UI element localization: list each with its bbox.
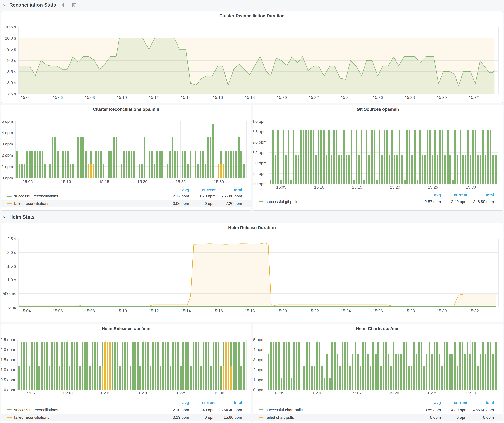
svg-text:15:12: 15:12 xyxy=(149,309,159,313)
svg-text:15:18: 15:18 xyxy=(245,95,255,100)
svg-text:15:20: 15:20 xyxy=(138,391,148,395)
legend-row: successful reconciliations2.12 opm1.20 o… xyxy=(1,192,251,200)
panel-title[interactable]: Cluster Reconciliations ops/min xyxy=(1,105,251,114)
svg-text:15:20: 15:20 xyxy=(389,391,399,395)
legend-item-label[interactable]: successful git pulls xyxy=(266,200,414,204)
legend-avg-value: 0 opm xyxy=(414,415,441,420)
legend-avg-value: 0.06 opm xyxy=(162,201,189,206)
helm-release-duration-chart[interactable]: 2.5 s2.0 s1.5 s1.0 s500 ms0 ns15:0415:06… xyxy=(1,223,503,322)
legend-total-value: 256.80 opm xyxy=(216,194,242,198)
svg-text:15:20: 15:20 xyxy=(390,185,400,189)
svg-text:5 opm: 5 opm xyxy=(253,337,264,342)
trash-icon[interactable] xyxy=(71,2,76,8)
svg-text:500 ms: 500 ms xyxy=(3,291,16,296)
legend-item-label[interactable]: failed reconciliations xyxy=(14,415,162,420)
chevron-down-icon[interactable] xyxy=(3,3,7,7)
panel-title[interactable]: Cluster Reconciliation Duration xyxy=(1,11,503,20)
svg-text:15:10: 15:10 xyxy=(117,95,127,100)
legend-avg-value: 3.85 opm xyxy=(414,408,441,412)
svg-text:2.5 opm: 2.5 opm xyxy=(1,337,15,342)
svg-text:15:15: 15:15 xyxy=(99,179,109,184)
svg-text:15:12: 15:12 xyxy=(149,95,159,100)
svg-text:15:16: 15:16 xyxy=(213,95,223,100)
svg-text:15:18: 15:18 xyxy=(245,309,255,313)
legend-current-value: 0 opm xyxy=(189,415,216,420)
gear-icon[interactable] xyxy=(61,2,66,8)
svg-text:15:10: 15:10 xyxy=(312,391,323,395)
svg-text:15:26: 15:26 xyxy=(373,95,383,100)
svg-text:9.0 s: 9.0 s xyxy=(7,58,16,63)
legend-sort-total[interactable]: total xyxy=(216,188,242,192)
panel-title[interactable]: Helm Releases ops/min xyxy=(1,324,251,333)
legend-current-value: 0 opm xyxy=(441,415,467,420)
legend-sort-current[interactable]: current xyxy=(441,400,467,405)
svg-text:15:25: 15:25 xyxy=(175,179,186,184)
svg-text:15:25: 15:25 xyxy=(428,185,438,189)
svg-text:15:08: 15:08 xyxy=(85,309,95,313)
legend-avg-value: 2.12 opm xyxy=(162,194,189,198)
panel-title[interactable]: Helm Release Duration xyxy=(1,223,503,232)
legend-avg-value: 2.87 opm xyxy=(414,200,441,204)
legend-sort-current[interactable]: current xyxy=(441,193,467,197)
panel-title[interactable]: Helm Charts ops/min xyxy=(253,324,503,333)
svg-text:2.0 s: 2.0 s xyxy=(7,250,16,255)
legend-row: failed chart pulls0 opm0 opm0 opm xyxy=(253,414,503,421)
series-color-dash xyxy=(7,196,12,197)
legend-item-label[interactable]: successful reconciliations xyxy=(14,408,162,412)
panel-title[interactable]: Git Sources ops/min xyxy=(253,105,503,114)
svg-text:3 opm: 3 opm xyxy=(253,358,264,362)
legend-sort-total[interactable]: total xyxy=(467,400,494,405)
legend-sort-total[interactable]: total xyxy=(467,193,494,197)
legend-sort-total[interactable]: total xyxy=(216,400,242,405)
svg-text:4.0 opm: 4.0 opm xyxy=(253,119,267,124)
legend-total-value: 7.20 opm xyxy=(216,201,242,206)
legend-current-value: 0 opm xyxy=(189,201,216,206)
svg-text:15:15: 15:15 xyxy=(351,391,361,395)
legend-row: failed reconciliations0.06 opm0 opm7.20 … xyxy=(1,200,251,207)
svg-text:2.0 opm: 2.0 opm xyxy=(253,161,267,165)
svg-text:15:22: 15:22 xyxy=(309,95,319,100)
svg-text:2.5 opm: 2.5 opm xyxy=(253,150,267,155)
svg-text:15:15: 15:15 xyxy=(352,185,362,189)
svg-text:15:20: 15:20 xyxy=(137,179,147,184)
svg-text:15:08: 15:08 xyxy=(85,95,95,100)
svg-text:0 ns: 0 ns xyxy=(8,305,16,310)
svg-text:4 opm: 4 opm xyxy=(2,130,13,135)
legend-sort-avg[interactable]: avg xyxy=(162,188,189,192)
svg-text:15:15: 15:15 xyxy=(100,391,110,395)
legend-sort-avg[interactable]: avg xyxy=(414,193,441,197)
legend-sort-current[interactable]: current xyxy=(189,400,216,405)
legend-item-label[interactable]: failed reconciliations xyxy=(14,201,162,206)
chevron-down-icon[interactable] xyxy=(3,215,7,219)
svg-text:15:30: 15:30 xyxy=(437,309,447,313)
svg-text:15:30: 15:30 xyxy=(466,391,476,395)
legend-total-value: 346.80 opm xyxy=(467,200,494,204)
legend-sort-avg[interactable]: avg xyxy=(162,400,189,405)
svg-text:15:24: 15:24 xyxy=(341,309,351,313)
svg-text:1.0 opm: 1.0 opm xyxy=(253,182,267,186)
svg-text:15:06: 15:06 xyxy=(53,95,63,100)
svg-text:15:05: 15:05 xyxy=(274,391,284,395)
svg-text:1.5 s: 1.5 s xyxy=(7,264,16,269)
section-title[interactable]: Reconciliation Stats xyxy=(9,2,56,8)
svg-text:15:30: 15:30 xyxy=(214,179,224,184)
series-color-dash xyxy=(7,203,12,204)
svg-text:15:32: 15:32 xyxy=(469,309,479,313)
legend-item-label[interactable]: successful reconciliations xyxy=(14,194,162,198)
legend-current-value: 2.40 opm xyxy=(441,200,467,204)
svg-text:10.5 s: 10.5 s xyxy=(5,25,16,29)
legend-sort-current[interactable]: current xyxy=(189,188,216,192)
panel-helm-release-duration: Helm Release Duration 2.5 s2.0 s1.5 s1.0… xyxy=(1,223,503,322)
section-title[interactable]: Helm Stats xyxy=(9,214,35,220)
legend-sort-avg[interactable]: avg xyxy=(414,400,441,405)
series-color-dash xyxy=(7,417,12,418)
svg-text:15:28: 15:28 xyxy=(405,95,415,100)
svg-text:5 opm: 5 opm xyxy=(2,119,13,124)
svg-text:7.5 s: 7.5 s xyxy=(7,92,16,96)
legend-item-label[interactable]: failed chart pulls xyxy=(266,415,414,420)
cluster-reconciliation-duration-chart[interactable]: 10.5 s10.0 s9.5 s9.0 s8.5 s8.0 s7.5 s15:… xyxy=(1,11,503,103)
svg-text:15:22: 15:22 xyxy=(309,309,319,313)
svg-text:15:30: 15:30 xyxy=(466,185,476,189)
series-color-dash xyxy=(258,409,263,410)
legend-item-label[interactable]: successful chart pulls xyxy=(266,408,414,412)
